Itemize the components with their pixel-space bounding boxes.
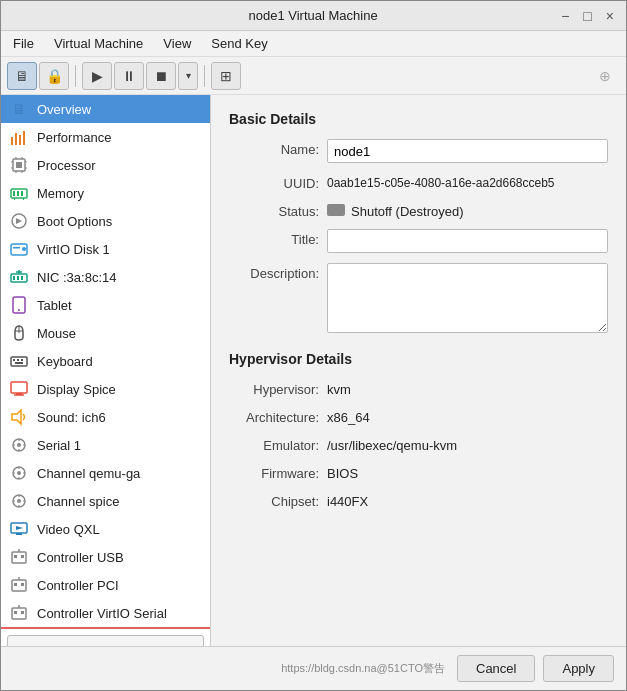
description-row: Description: bbox=[229, 263, 608, 333]
sidebar-label-channel-spice: Channel spice bbox=[37, 494, 119, 509]
sidebar-item-performance[interactable]: Performance bbox=[1, 123, 210, 151]
display-spice-icon bbox=[9, 379, 29, 399]
status-value: Shutoff (Destroyed) bbox=[351, 201, 463, 219]
svg-rect-19 bbox=[23, 198, 24, 200]
status-label: Status: bbox=[229, 201, 319, 219]
hypervisor-row: Hypervisor: kvm bbox=[229, 379, 608, 397]
svg-rect-26 bbox=[17, 276, 19, 280]
sidebar-item-tablet[interactable]: Tablet bbox=[1, 291, 210, 319]
sidebar-item-keyboard[interactable]: Keyboard bbox=[1, 347, 210, 375]
svg-marker-42 bbox=[12, 410, 21, 424]
sidebar-label-channel-qemu: Channel qemu-ga bbox=[37, 466, 140, 481]
svg-rect-25 bbox=[13, 276, 15, 280]
sidebar-label-serial1: Serial 1 bbox=[37, 438, 81, 453]
maximize-btn[interactable]: □ bbox=[579, 8, 595, 24]
move-toolbar-btn[interactable]: ⊕ bbox=[590, 62, 620, 90]
controller-pci-icon bbox=[9, 575, 29, 595]
close-btn[interactable]: × bbox=[602, 8, 618, 24]
hypervisor-title: Hypervisor Details bbox=[229, 351, 608, 367]
screenshot-toolbar-btn[interactable]: ⊞ bbox=[211, 62, 241, 90]
sidebar-item-processor[interactable]: Processor bbox=[1, 151, 210, 179]
pause-toolbar-btn[interactable]: ⏸ bbox=[114, 62, 144, 90]
monitor-toolbar-btn[interactable]: 🖥 bbox=[7, 62, 37, 90]
description-input[interactable] bbox=[327, 263, 608, 333]
sidebar-item-controller-virtio[interactable]: Controller VirtIO Serial bbox=[1, 599, 210, 627]
svg-rect-16 bbox=[17, 191, 19, 196]
svg-rect-17 bbox=[21, 191, 23, 196]
processor-icon bbox=[9, 155, 29, 175]
sidebar-label-overview: Overview bbox=[37, 102, 91, 117]
emulator-value: /usr/libexec/qemu-kvm bbox=[327, 435, 457, 453]
svg-rect-39 bbox=[11, 382, 27, 393]
channel-qemu-icon bbox=[9, 463, 29, 483]
svg-rect-0 bbox=[11, 137, 13, 145]
sidebar-label-memory: Memory bbox=[37, 186, 84, 201]
svg-rect-74 bbox=[14, 611, 17, 614]
uuid-value: 0aab1e15-c05e-4080-a16e-aa2d668cceb5 bbox=[327, 173, 555, 190]
status-icon bbox=[327, 204, 345, 216]
sidebar-item-video-qxl[interactable]: Video QXL bbox=[1, 515, 210, 543]
sound-icon bbox=[9, 407, 29, 427]
name-label: Name: bbox=[229, 139, 319, 157]
svg-rect-2 bbox=[19, 135, 21, 145]
stop-toolbar-btn[interactable]: ⏹ bbox=[146, 62, 176, 90]
menu-file[interactable]: File bbox=[5, 34, 42, 53]
svg-point-22 bbox=[22, 247, 26, 251]
dropdown-toolbar-btn[interactable]: ▾ bbox=[178, 62, 198, 90]
svg-point-56 bbox=[17, 499, 21, 503]
window-controls: − □ × bbox=[557, 8, 618, 24]
emulator-row: Emulator: /usr/libexec/qemu-kvm bbox=[229, 435, 608, 453]
main-panel: Basic Details Name: UUID: 0aab1e15-c05e-… bbox=[211, 95, 626, 646]
description-label: Description: bbox=[229, 263, 319, 281]
menubar: File Virtual Machine View Send Key bbox=[1, 31, 626, 57]
sidebar-item-channel-spice[interactable]: Channel spice bbox=[1, 487, 210, 515]
toolbar: 🖥 🔒 ▶ ⏸ ⏹ ▾ ⊞ ⊕ bbox=[1, 57, 626, 95]
titlebar: node1 Virtual Machine − □ × bbox=[1, 1, 626, 31]
firmware-value: BIOS bbox=[327, 463, 358, 481]
menu-vm[interactable]: Virtual Machine bbox=[46, 34, 151, 53]
chipset-value: i440FX bbox=[327, 491, 368, 509]
hypervisor-label: Hypervisor: bbox=[229, 379, 319, 397]
play-toolbar-btn[interactable]: ▶ bbox=[82, 62, 112, 90]
performance-icon bbox=[9, 127, 29, 147]
sidebar-item-serial1[interactable]: Serial 1 bbox=[1, 431, 210, 459]
uuid-label: UUID: bbox=[229, 173, 319, 191]
sidebar-item-display-spice[interactable]: Display Spice bbox=[1, 375, 210, 403]
sidebar-item-channel-qemu[interactable]: Channel qemu-ga bbox=[1, 459, 210, 487]
sidebar-item-overview[interactable]: 🖥 Overview bbox=[1, 95, 210, 123]
sidebar-item-controller-pci[interactable]: Controller PCI bbox=[1, 571, 210, 599]
sidebar-label-mouse: Mouse bbox=[37, 326, 76, 341]
emulator-label: Emulator: bbox=[229, 435, 319, 453]
virtio-disk-icon bbox=[9, 239, 29, 259]
menu-sendkey[interactable]: Send Key bbox=[203, 34, 275, 53]
sidebar-item-sound[interactable]: Sound: ich6 bbox=[1, 403, 210, 431]
svg-rect-27 bbox=[21, 276, 23, 280]
sidebar-label-controller-virtio: Controller VirtIO Serial bbox=[37, 606, 167, 621]
sidebar-item-mouse[interactable]: Mouse bbox=[1, 319, 210, 347]
sidebar-item-memory[interactable]: Memory bbox=[1, 179, 210, 207]
sidebar-item-controller-usb[interactable]: Controller USB bbox=[1, 543, 210, 571]
svg-rect-70 bbox=[14, 583, 17, 586]
menu-view[interactable]: View bbox=[155, 34, 199, 53]
sidebar-label-sound: Sound: ich6 bbox=[37, 410, 106, 425]
minimize-btn[interactable]: − bbox=[557, 8, 573, 24]
sidebar-item-nic[interactable]: NIC :3a:8c:14 bbox=[1, 263, 210, 291]
svg-rect-1 bbox=[15, 133, 17, 145]
lock-toolbar-btn[interactable]: 🔒 bbox=[39, 62, 69, 90]
apply-button[interactable]: Apply bbox=[543, 655, 614, 682]
title-input[interactable] bbox=[327, 229, 608, 253]
mouse-icon bbox=[9, 323, 29, 343]
sidebar-item-virtio-disk[interactable]: VirtIO Disk 1 bbox=[1, 235, 210, 263]
sidebar-footer: Add Hardware bbox=[1, 627, 210, 646]
footer-bar: https://bldg.csdn.na@51CTO警告 Cancel Appl… bbox=[1, 646, 626, 690]
sidebar-label-tablet: Tablet bbox=[37, 298, 72, 313]
svg-rect-38 bbox=[15, 362, 23, 364]
add-hardware-button[interactable]: Add Hardware bbox=[7, 635, 204, 646]
cancel-button[interactable]: Cancel bbox=[457, 655, 535, 682]
overview-icon: 🖥 bbox=[9, 99, 29, 119]
sidebar-item-boot[interactable]: Boot Options bbox=[1, 207, 210, 235]
keyboard-icon bbox=[9, 351, 29, 371]
channel-spice-icon bbox=[9, 491, 29, 511]
name-input[interactable] bbox=[327, 139, 608, 163]
chipset-label: Chipset: bbox=[229, 491, 319, 509]
